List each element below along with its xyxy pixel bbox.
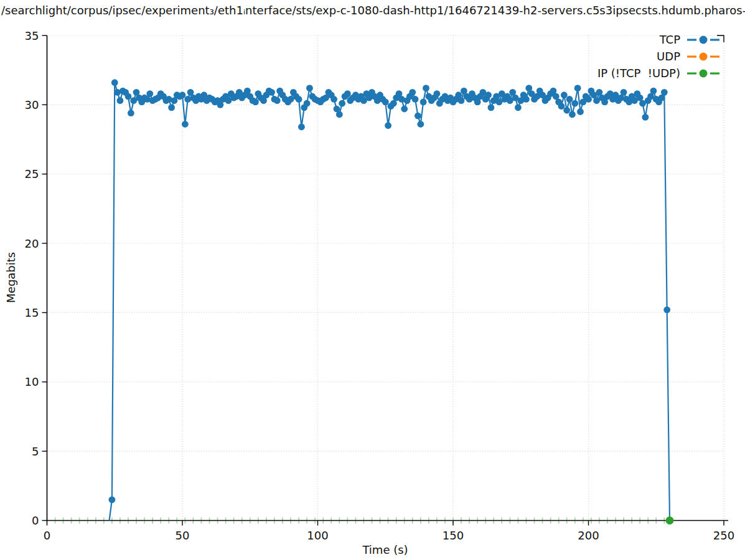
svg-text:0: 0 [44, 529, 50, 542]
chart-figure: /searchlight/corpus/ipsec/experiment₃/et… [0, 0, 745, 560]
tcp-legend-line-icon [686, 35, 720, 45]
svg-text:15: 15 [25, 306, 39, 319]
svg-text:0: 0 [32, 514, 39, 527]
svg-text:100: 100 [307, 529, 328, 542]
svg-text:150: 150 [443, 529, 464, 542]
svg-text:20: 20 [25, 237, 39, 250]
legend-item-ip: IP (!TCP !UDP) [597, 65, 720, 82]
svg-text:5: 5 [32, 445, 39, 458]
plot-area: 05010015020025005101520253035 [0, 0, 745, 560]
svg-text:30: 30 [25, 98, 39, 111]
svg-text:10: 10 [25, 375, 39, 388]
legend-item-udp: UDP [597, 48, 720, 65]
legend-label-udp: UDP [657, 50, 680, 63]
svg-text:250: 250 [713, 529, 734, 542]
legend-label-ip: IP (!TCP !UDP) [597, 67, 680, 80]
ip-legend-line-icon [686, 68, 720, 78]
legend: TCP UDP IP (!TCP !UDP) [597, 31, 720, 82]
svg-text:50: 50 [176, 529, 190, 542]
svg-text:25: 25 [25, 167, 39, 180]
svg-text:35: 35 [25, 29, 39, 42]
udp-legend-line-icon [686, 52, 720, 62]
svg-text:200: 200 [578, 529, 599, 542]
legend-label-tcp: TCP [660, 33, 680, 46]
legend-item-tcp: TCP [597, 31, 720, 48]
